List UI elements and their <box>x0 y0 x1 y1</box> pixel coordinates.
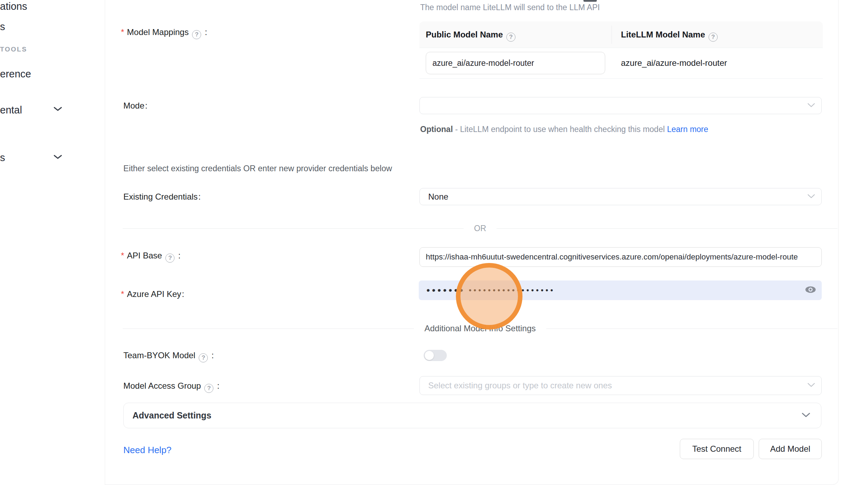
sidebar-item[interactable]: ental <box>0 104 22 116</box>
model-mappings-label: *Model Mappings?: <box>121 27 207 39</box>
litellm-model-name-value: azure_ai/azure-model-router <box>621 48 727 79</box>
advanced-settings-panel[interactable]: Advanced Settings <box>123 403 821 428</box>
add-model-button[interactable]: Add Model <box>759 439 822 459</box>
advanced-settings-label: Advanced Settings <box>132 403 211 428</box>
divider-line <box>123 228 464 229</box>
model-name-help-text: The model name LiteLLM will send to the … <box>420 3 600 12</box>
existing-credentials-select[interactable]: None <box>419 188 822 205</box>
required-mark: * <box>121 289 124 299</box>
table-row: azure_ai/azure-model-router <box>419 48 823 79</box>
model-access-group-select[interactable]: Select existing groups or type to create… <box>419 376 822 395</box>
divider-line <box>497 228 838 229</box>
help-icon[interactable]: ? <box>506 33 515 42</box>
column-divider <box>611 26 612 44</box>
sidebar-item[interactable]: ations <box>0 1 27 12</box>
existing-credentials-value: None <box>428 188 448 205</box>
required-mark: * <box>121 251 124 260</box>
existing-credentials-label: Existing Credentials: <box>123 192 201 202</box>
masked-password-dots: ••••••• •••••••••••••••••• <box>426 280 555 300</box>
api-base-input[interactable] <box>419 247 822 267</box>
toggle-knob <box>425 351 434 360</box>
additional-settings-divider: Additional Model Info Settings <box>123 324 838 333</box>
mode-label: Mode: <box>123 101 148 111</box>
help-icon[interactable]: ? <box>192 30 201 39</box>
chevron-down-icon[interactable] <box>53 106 62 113</box>
test-connect-button[interactable]: Test Connect <box>680 439 754 459</box>
divider-line <box>123 328 414 329</box>
chevron-down-icon <box>807 382 815 389</box>
help-icon[interactable]: ? <box>165 254 175 263</box>
mode-helper-text: Optional - LiteLLM endpoint to use when … <box>420 122 713 136</box>
divider-line <box>546 328 838 329</box>
or-divider-text: OR <box>464 224 497 233</box>
sidebar: ations s TOOLS erence ental s <box>0 0 105 485</box>
azure-api-key-label: *Azure API Key: <box>121 289 184 299</box>
chevron-down-icon <box>807 194 815 200</box>
add-model-form-screen: ations s TOOLS erence ental s The model … <box>0 0 868 485</box>
team-byok-toggle[interactable] <box>424 350 447 361</box>
chevron-down-icon[interactable] <box>53 154 62 161</box>
reveal-password-eye-icon[interactable] <box>805 286 816 295</box>
mode-select[interactable] <box>419 97 822 114</box>
column-header-public-model-name: Public Model Name? <box>426 21 518 48</box>
azure-api-key-input[interactable]: ••••••• •••••••••••••••••• <box>419 280 822 300</box>
help-icon[interactable]: ? <box>709 33 718 42</box>
model-mappings-table: Public Model Name? LiteLLM Model Name? a… <box>419 21 823 79</box>
public-model-name-input[interactable] <box>426 52 605 74</box>
credentials-note: Either select existing credentials OR en… <box>123 164 392 173</box>
need-help-link[interactable]: Need Help? <box>123 445 171 456</box>
sidebar-content-divider <box>105 0 105 485</box>
help-icon[interactable]: ? <box>204 384 213 393</box>
team-byok-label: Team-BYOK Model?: <box>123 351 214 362</box>
model-access-group-label: Model Access Group?: <box>123 381 219 393</box>
sidebar-item[interactable]: erence <box>0 68 31 80</box>
required-mark: * <box>121 27 124 37</box>
column-header-litellm-model-name: LiteLLM Model Name? <box>621 21 720 48</box>
sidebar-section-tools: TOOLS <box>0 46 27 53</box>
api-base-label: *API Base?: <box>121 251 180 263</box>
sidebar-item[interactable]: s <box>0 21 5 33</box>
chevron-down-icon <box>807 103 815 109</box>
sidebar-item[interactable]: s <box>0 152 5 164</box>
chevron-down-icon <box>801 412 811 419</box>
or-divider: OR <box>123 224 838 233</box>
model-access-group-placeholder: Select existing groups or type to create… <box>428 376 612 395</box>
learn-more-link[interactable]: Learn more <box>667 125 708 134</box>
table-header: Public Model Name? LiteLLM Model Name? <box>419 21 823 48</box>
additional-settings-divider-text: Additional Model Info Settings <box>414 324 546 333</box>
cropped-text-fragment <box>583 0 597 2</box>
help-icon[interactable]: ? <box>199 353 208 362</box>
